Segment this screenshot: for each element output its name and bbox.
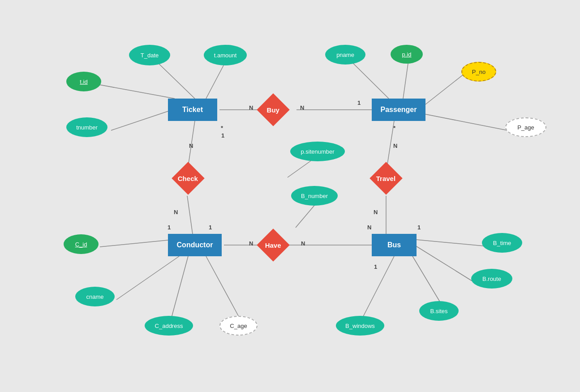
relationship-check: Check [172,162,205,195]
attribute-t-date: T_date [129,45,170,65]
relationship-have: Have [257,228,290,262]
svg-line-19 [206,256,240,319]
attribute-c-id: C_id [64,234,99,254]
cardinality-have-n1: N [249,240,253,247]
cardinality-buy-n2: N [300,104,304,111]
attribute-b-time: B_time [482,233,522,253]
cardinality-buy-1: 1 [357,99,361,106]
attribute-pname: pname [325,45,365,65]
svg-line-0 [154,59,195,99]
svg-line-2 [92,83,175,99]
cardinality-buy-n1: N [249,104,253,111]
attribute-b-sites: B.sites [419,301,459,321]
cardinality-conductor-1: 1 [168,224,171,231]
attribute-p-no: P_no [461,62,496,82]
attribute-p-age: P_age [505,117,546,137]
cardinality-have-n2: N [301,240,305,247]
svg-line-6 [348,58,389,99]
cardinality-bus-n: N [367,224,371,231]
svg-line-22 [417,240,484,246]
entity-ticket: Ticket [168,99,217,121]
attribute-p-id: p.id [391,45,423,64]
attribute-b-windows: B_windows [336,316,384,336]
svg-line-24 [412,255,442,305]
cardinality-conductor-1b: 1 [209,224,212,231]
svg-line-16 [100,240,172,247]
svg-line-8 [425,74,464,104]
svg-line-11 [187,196,193,234]
svg-line-25 [362,256,394,319]
svg-line-18 [171,256,188,319]
entity-conductor: Conductor [168,234,222,256]
attribute-p-sitenumber: p.sitenumber [290,142,345,161]
entity-passenger: Passenger [372,99,425,121]
attribute-tnumber: tnumber [66,117,107,137]
cardinality-check-n: N [189,142,193,149]
svg-line-3 [111,110,172,130]
attribute-b-route: B.route [471,269,512,289]
cardinality-ticket-1: 1 [221,132,224,139]
cardinality-ticket-star: * [221,125,223,131]
cardinality-bus-1: 1 [417,224,421,231]
cardinality-travel-n2: N [374,209,378,215]
svg-line-23 [417,246,473,282]
attribute-t-amount: t.amount [204,45,247,65]
svg-line-17 [116,256,179,300]
attribute-b-number: B_number [291,186,338,206]
attribute-c-address: C_address [145,316,193,336]
cardinality-travel-n: N [393,142,397,149]
attribute-cname: cname [75,287,115,306]
cardinality-bus-1b: 1 [374,263,377,270]
svg-line-9 [425,114,507,130]
entity-bus: Bus [372,234,417,256]
attribute-t-id: t.id [66,72,101,91]
relationship-travel: Travel [369,162,403,195]
attribute-c-age: C_age [219,316,258,336]
relationship-buy: Buy [257,93,290,126]
cardinality-check-n2: N [174,209,178,215]
cardinality-passenger-star: * [393,125,395,131]
